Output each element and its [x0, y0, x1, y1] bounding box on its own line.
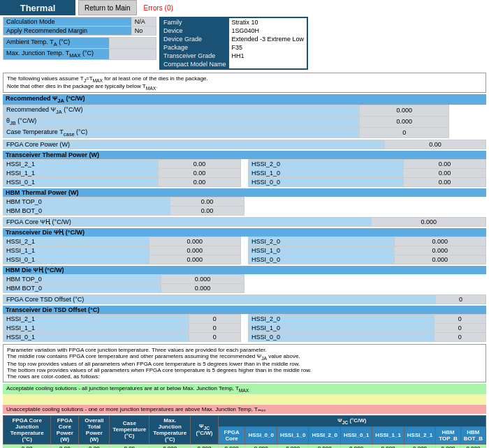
col-hssi-1-0: HSSI_1_0	[277, 427, 308, 444]
hssi-1-1-psi-value: 0.000	[149, 246, 240, 255]
header-bar: Thermal Return to Main Errors (0)	[0, 0, 489, 15]
note-text: The following values assume TJ=TMAX for …	[7, 75, 208, 89]
hssi-0-1-psi-label: HSSI_0_1	[3, 255, 149, 264]
param-variation-note: Parameter variation with FPGA core junct…	[3, 344, 486, 382]
psi-ja-value: 0.000	[359, 105, 448, 116]
return-button[interactable]: Return to Main	[78, 0, 137, 15]
color-legend: Acceptable cooling solutions - all junct…	[3, 384, 486, 414]
hbm-top-thermal-label: HBM TOP_0	[3, 197, 170, 207]
cell-max-junc-1: 0.000	[149, 444, 191, 448]
transceiver-thermal-right: HSSI_2_00.00 HSSI_1_00.00 HSSI_0_00.00	[248, 159, 486, 187]
param-note-line4: The bottom row provides values of all pa…	[7, 367, 482, 373]
param-note-line1: Parameter variation with FPGA core junct…	[7, 347, 482, 353]
transceiver-thermal-left: HSSI_2_10.00 HSSI_1_10.00 HSSI_0_10.00	[3, 159, 241, 187]
app-title: Thermal	[0, 0, 75, 15]
cell-htop-1: 0.000	[436, 444, 461, 448]
hssi-2-0-tsd-value: 0	[434, 315, 486, 324]
calc-mode-table: Calculation Mode N/A Apply Recommended M…	[3, 17, 156, 36]
col-overall-power: Overall TotalPower (W)	[79, 415, 110, 444]
psi-jb-label: θJB (°C/W)	[3, 116, 360, 127]
hbm-bot-psi-label: HBM BOT_0	[3, 284, 161, 293]
device-info-table: Family Stratix 10 Device 1SG040H Device …	[161, 18, 307, 68]
col-hssi-2-0: HSSI_2_0	[309, 427, 340, 444]
thermal-resistance-header: Recommended ΨJA (°C/W)	[3, 94, 486, 105]
bottom-results-table: FPGA Core JunctionTemperature (°C) FPGA …	[3, 415, 486, 448]
param-note-line2: The middle row contains FPGA core temper…	[7, 353, 482, 361]
hssi-1-1-thermal-label: HSSI_1_1	[3, 169, 159, 178]
fpga-tsd-value: 0	[435, 295, 486, 304]
thermal-resistance-section: Recommended ΨJA (°C/W) Recommended ΨJA (…	[3, 94, 486, 138]
max-junction-label: Max. Junction Temp. TMAX (°C)	[3, 48, 110, 59]
col-hssi-2-1: HSSI_2_1	[404, 427, 435, 444]
top-section: Calculation Mode N/A Apply Recommended M…	[0, 15, 489, 71]
hssi-2-0-thermal-label: HSSI_2_0	[249, 160, 404, 169]
col-case-temp: CaseTemperature(°C)	[110, 415, 149, 444]
hssi-0-0-thermal-label: HSSI_0_0	[249, 178, 404, 187]
device-label: Device	[161, 27, 229, 35]
fpga-tsd-label: FPGA Core TSD Offset (°C)	[3, 295, 436, 304]
cell-case-1: 0.00	[110, 444, 149, 448]
legend-yellow	[3, 395, 486, 404]
col-fpga-core: FPGA Core	[218, 427, 245, 444]
hbm-thermal-table: HBM TOP_00.00 HBM BOT_00.00	[3, 197, 245, 216]
hssi-0-0-thermal-value: 0.00	[404, 178, 486, 187]
hssi-1-0-tsd-value: 0	[434, 324, 486, 333]
hssi-2-1-tsd-label: HSSI_2_1	[3, 315, 189, 324]
transceiver-grade-label: Transceiver Grade	[161, 52, 229, 60]
cell-total-power-1: 0.00	[79, 444, 110, 448]
thermal-resistance-table: Recommended ΨJA (°C/W) 0.000 θJB (°C/W) …	[3, 105, 486, 138]
transceiver-thermal-header: Transceiver Thermal Power (W)	[3, 151, 486, 159]
transceiver-grade-value: HH1	[229, 52, 307, 60]
hssi-2-1-thermal-value: 0.00	[159, 160, 241, 169]
left-panel: Calculation Mode N/A Apply Recommended M…	[3, 17, 156, 70]
ambient-value[interactable]	[110, 38, 156, 49]
max-junction-value[interactable]	[110, 48, 156, 59]
cell-h11-1: 0.000	[372, 444, 404, 448]
package-value: F35	[229, 43, 307, 52]
hssi-2-1-psi-label: HSSI_2_1	[3, 237, 149, 246]
col-fpga-power: FPGA CorePower (W)	[51, 415, 79, 444]
psi-jb-value: 0.000	[359, 116, 448, 127]
col-psi-jc: ΨJC (°C/W)	[191, 415, 219, 444]
hssi-0-1-thermal-label: HSSI_0_1	[3, 178, 159, 187]
hssi-0-1-tsd-value: 0	[189, 333, 240, 342]
hssi-2-0-thermal-value: 0.00	[404, 160, 486, 169]
hbm-die-psi-table: HBM TOP_00.000 HBM BOT_00.000	[3, 274, 245, 293]
transceiver-die-psi-left: HSSI_2_10.000 HSSI_1_10.000 HSSI_0_10.00…	[3, 237, 241, 264]
transceiver-tsd-row: HSSI_2_10 HSSI_1_10 HSSI_0_10 HSSI_2_00 …	[3, 314, 486, 342]
hssi-1-0-tsd-label: HSSI_1_0	[249, 324, 435, 333]
calc-mode-value: N/A	[131, 17, 156, 27]
cell-psi-1: 0.000	[191, 444, 219, 448]
transceiver-tsd-right: HSSI_2_00 HSSI_1_00 HSSI_0_00	[248, 314, 486, 342]
legend-green: Acceptable cooling solutions - all junct…	[3, 384, 486, 394]
transceiver-tsd-left-table: HSSI_2_10 HSSI_1_10 HSSI_0_10	[3, 314, 241, 342]
col-hbm-bot: HBMBOT_B	[460, 427, 486, 444]
ambient-label: Ambient Temp. TA (°C)	[3, 38, 110, 49]
hssi-2-1-tsd-value: 0	[189, 315, 240, 324]
cell-h10-1: 0.000	[277, 444, 308, 448]
hbm-die-psi-header: HBM Die ΨⱧ⁣ (°C/W)	[3, 266, 486, 274]
hssi-2-0-psi-value: 0.000	[394, 237, 486, 246]
calc-mode-label: Calculation Mode	[3, 17, 132, 27]
hssi-0-0-tsd-value: 0	[434, 333, 486, 342]
transceiver-die-psi-section: Transceiver Die ΨⱧ⁣ (°C/W) HSSI_2_10.000…	[3, 228, 486, 264]
fpga-power-label: FPGA Core Power (W)	[3, 140, 385, 149]
fpga-power-table: FPGA Core Power (W) 0.00	[3, 140, 486, 149]
fpga-core-power-section: FPGA Core Power (W) 0.00	[3, 140, 486, 149]
hbm-top-thermal-value: 0.00	[170, 197, 245, 207]
transceiver-tsd-header: Transceiver Die TSD Offset (°C)	[3, 306, 486, 314]
hssi-0-0-tsd-label: HSSI_0_0	[249, 333, 435, 342]
hssi-1-0-thermal-label: HSSI_1_0	[249, 169, 404, 178]
package-label: Package	[161, 43, 229, 52]
hbm-bot-thermal-value: 0.00	[170, 207, 245, 216]
hbm-bot-thermal-label: HBM BOT_0	[3, 207, 170, 216]
col-max-junction: Max. JunctionTemperature(°C)	[149, 415, 191, 444]
transceiver-thermal-row: HSSI_2_10.00 HSSI_1_10.00 HSSI_0_10.00 H…	[3, 159, 486, 187]
grade-value: Extended -3 Extreme Low	[229, 35, 307, 43]
param-note-line5: The rows are color-coded, as follows:	[7, 373, 482, 380]
hbm-thermal-header: HBM Thermal Power (W)	[3, 188, 486, 197]
hssi-1-1-tsd-label: HSSI_1_1	[3, 324, 189, 333]
transceiver-thermal-right-table: HSSI_2_00.00 HSSI_1_00.00 HSSI_0_00.00	[248, 159, 486, 187]
hssi-1-1-thermal-value: 0.00	[159, 169, 241, 178]
hssi-2-1-psi-value: 0.000	[149, 237, 240, 246]
